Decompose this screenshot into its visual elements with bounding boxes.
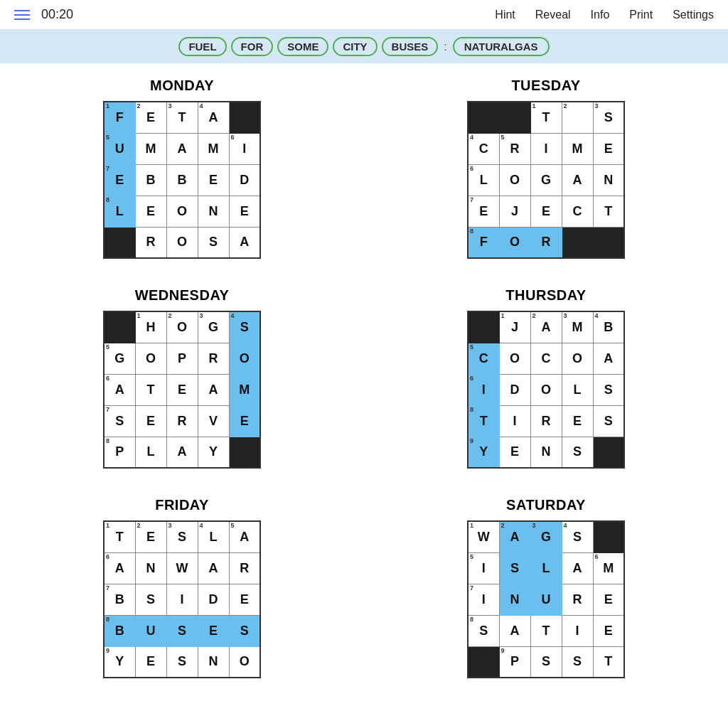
cell-saturday-4-0[interactable] <box>468 646 499 678</box>
grid-saturday[interactable]: 1W2A3G4S5ISLA6M7INURE8SATIE9PSST <box>467 520 625 678</box>
cell-friday-1-2[interactable]: W <box>166 552 198 584</box>
cell-monday-2-1[interactable]: B <box>135 164 166 196</box>
cell-saturday-4-3[interactable]: S <box>562 646 593 678</box>
cell-monday-0-3[interactable]: 4A <box>198 102 229 133</box>
cell-friday-0-3[interactable]: 4L <box>198 521 229 552</box>
cell-tuesday-4-0[interactable]: 8F <box>468 227 499 258</box>
cell-friday-2-2[interactable]: I <box>166 584 198 615</box>
cell-wednesday-3-3[interactable]: V <box>198 405 229 437</box>
cell-thursday-3-3[interactable]: E <box>562 405 593 437</box>
cell-tuesday-1-1[interactable]: 5R <box>499 133 530 164</box>
cell-saturday-3-2[interactable]: T <box>530 615 562 646</box>
cell-monday-1-0[interactable]: 5U <box>104 133 135 164</box>
grid-friday[interactable]: 1T2E3S4L5A6ANWAR7BSIDE8BUSES9YESNO <box>103 520 261 678</box>
cell-friday-4-0[interactable]: 9Y <box>104 646 135 678</box>
cell-wednesday-4-1[interactable]: L <box>135 437 166 468</box>
info-link[interactable]: Info <box>591 9 610 21</box>
cell-monday-4-2[interactable]: O <box>166 227 198 258</box>
cell-wednesday-3-0[interactable]: 7S <box>104 405 135 437</box>
hamburger-menu[interactable] <box>14 10 30 20</box>
cell-tuesday-0-0[interactable] <box>468 102 499 133</box>
cell-tuesday-2-4[interactable]: N <box>593 164 624 196</box>
cell-thursday-4-3[interactable]: S <box>562 437 593 468</box>
cell-wednesday-1-3[interactable]: R <box>198 343 229 374</box>
grid-wednesday[interactable]: 1H2O3G4S5GOPRO6ATEAM7SERVE8PLAY <box>103 311 261 469</box>
cell-tuesday-2-1[interactable]: O <box>499 164 530 196</box>
cell-saturday-1-2[interactable]: L <box>530 552 562 584</box>
cell-thursday-0-0[interactable] <box>468 311 499 343</box>
cell-tuesday-0-3[interactable]: 2 <box>562 102 593 133</box>
cell-monday-3-3[interactable]: N <box>198 196 229 227</box>
cell-thursday-4-1[interactable]: E <box>499 437 530 468</box>
cell-monday-0-1[interactable]: 2E <box>135 102 166 133</box>
cell-friday-1-4[interactable]: R <box>229 552 260 584</box>
cell-tuesday-0-1[interactable] <box>499 102 530 133</box>
cell-monday-4-0[interactable] <box>104 227 135 258</box>
cell-tuesday-0-4[interactable]: 3S <box>593 102 624 133</box>
cell-friday-4-1[interactable]: E <box>135 646 166 678</box>
cell-tuesday-2-0[interactable]: 6L <box>468 164 499 196</box>
cell-monday-1-1[interactable]: M <box>135 133 166 164</box>
cell-wednesday-2-4[interactable]: M <box>229 374 260 405</box>
cell-tuesday-2-2[interactable]: G <box>530 164 562 196</box>
grid-tuesday[interactable]: 1T23S4C5RIME6LOGAN7EJECT8FOR <box>467 101 625 259</box>
cell-friday-3-4[interactable]: S <box>229 615 260 646</box>
cell-friday-4-4[interactable]: O <box>229 646 260 678</box>
cell-tuesday-3-2[interactable]: E <box>530 196 562 227</box>
cell-thursday-1-1[interactable]: O <box>499 343 530 374</box>
cell-wednesday-0-4[interactable]: 4S <box>229 311 260 343</box>
cell-thursday-3-2[interactable]: R <box>530 405 562 437</box>
cell-thursday-3-4[interactable]: S <box>593 405 624 437</box>
cell-saturday-3-3[interactable]: I <box>562 615 593 646</box>
clue-word-buses[interactable]: BUSES <box>382 37 439 56</box>
cell-monday-3-0[interactable]: 8L <box>104 196 135 227</box>
cell-thursday-0-3[interactable]: 3M <box>562 311 593 343</box>
cell-wednesday-0-3[interactable]: 3G <box>198 311 229 343</box>
cell-saturday-0-1[interactable]: 2A <box>499 521 530 552</box>
cell-tuesday-1-0[interactable]: 4C <box>468 133 499 164</box>
cell-saturday-0-0[interactable]: 1W <box>468 521 499 552</box>
cell-tuesday-2-3[interactable]: A <box>562 164 593 196</box>
cell-saturday-4-4[interactable]: T <box>593 646 624 678</box>
cell-monday-2-3[interactable]: E <box>198 164 229 196</box>
cell-wednesday-2-2[interactable]: E <box>166 374 198 405</box>
cell-thursday-4-2[interactable]: N <box>530 437 562 468</box>
cell-saturday-4-1[interactable]: 9P <box>499 646 530 678</box>
cell-wednesday-2-0[interactable]: 6A <box>104 374 135 405</box>
cell-thursday-3-1[interactable]: I <box>499 405 530 437</box>
cell-thursday-2-2[interactable]: O <box>530 374 562 405</box>
cell-thursday-0-4[interactable]: 4B <box>593 311 624 343</box>
cell-thursday-2-1[interactable]: D <box>499 374 530 405</box>
cell-friday-4-2[interactable]: S <box>166 646 198 678</box>
cell-wednesday-0-1[interactable]: 1H <box>135 311 166 343</box>
cell-saturday-1-1[interactable]: S <box>499 552 530 584</box>
cell-tuesday-3-0[interactable]: 7E <box>468 196 499 227</box>
cell-monday-2-2[interactable]: B <box>166 164 198 196</box>
cell-friday-3-2[interactable]: S <box>166 615 198 646</box>
cell-tuesday-4-3[interactable] <box>562 227 593 258</box>
cell-friday-3-3[interactable]: E <box>198 615 229 646</box>
cell-thursday-0-1[interactable]: 1J <box>499 311 530 343</box>
clue-word-city[interactable]: CITY <box>333 37 377 56</box>
cell-thursday-0-2[interactable]: 2A <box>530 311 562 343</box>
cell-wednesday-1-2[interactable]: P <box>166 343 198 374</box>
cell-wednesday-3-2[interactable]: R <box>166 405 198 437</box>
cell-saturday-0-3[interactable]: 4S <box>562 521 593 552</box>
cell-thursday-2-3[interactable]: L <box>562 374 593 405</box>
cell-saturday-2-2[interactable]: U <box>530 584 562 615</box>
cell-friday-0-1[interactable]: 2E <box>135 521 166 552</box>
cell-tuesday-1-4[interactable]: E <box>593 133 624 164</box>
cell-friday-0-2[interactable]: 3S <box>166 521 198 552</box>
cell-saturday-3-0[interactable]: 8S <box>468 615 499 646</box>
cell-thursday-3-0[interactable]: 8T <box>468 405 499 437</box>
cell-wednesday-0-0[interactable] <box>104 311 135 343</box>
print-link[interactable]: Print <box>629 9 653 21</box>
cell-wednesday-2-1[interactable]: T <box>135 374 166 405</box>
cell-saturday-2-1[interactable]: N <box>499 584 530 615</box>
reveal-link[interactable]: Reveal <box>535 9 571 21</box>
cell-tuesday-3-1[interactable]: J <box>499 196 530 227</box>
cell-wednesday-1-1[interactable]: O <box>135 343 166 374</box>
cell-tuesday-4-2[interactable]: R <box>530 227 562 258</box>
cell-thursday-4-4[interactable] <box>593 437 624 468</box>
cell-friday-2-3[interactable]: D <box>198 584 229 615</box>
